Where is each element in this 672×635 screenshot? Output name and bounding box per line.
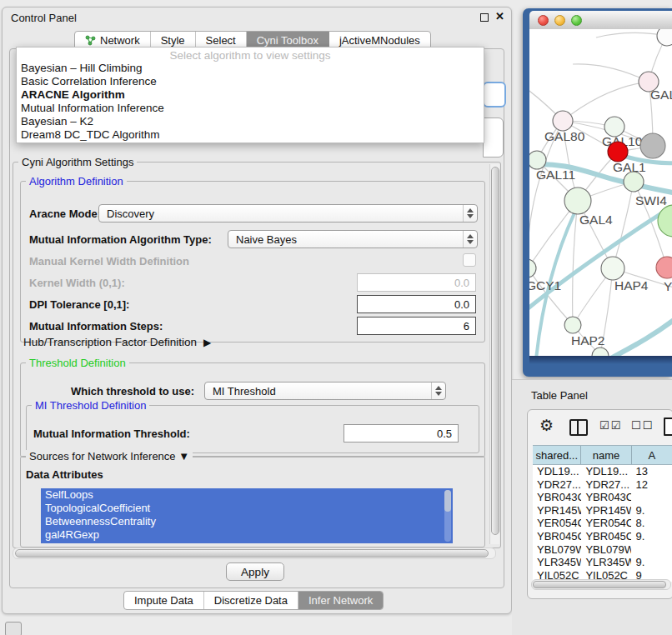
network-view-window[interactable]: GALGAL80GAL10GAL1GAL11SWI4GAL4GCY1HAP4YH…	[523, 8, 672, 377]
mi-algorithm-type-select[interactable]: Naive Bayes	[228, 230, 478, 248]
network-edge[interactable]	[606, 314, 672, 356]
table-row[interactable]: YBR043CYBR043C	[533, 491, 672, 504]
settings-hscroll-thumb[interactable]	[15, 549, 489, 558]
network-node-label: SWI4	[635, 193, 667, 208]
control-panel-title: Control Panel	[11, 12, 77, 24]
data-attribute-item[interactable]: gal4RGexp	[41, 528, 453, 542]
aracne-mode-value: Discovery	[99, 208, 463, 220]
table-cell: YDR27...	[533, 478, 581, 492]
table-horizontal-scrollbar[interactable]	[531, 579, 671, 590]
float-panel-icon[interactable]	[480, 13, 489, 22]
table-row[interactable]: YDL19...YDL19...13	[533, 465, 672, 478]
column-header-shared-name[interactable]: shared...	[533, 446, 581, 464]
collapse-arrow-icon[interactable]: ▼	[178, 450, 189, 462]
mi-algorithm-type-label: Mutual Information Algorithm Type:	[29, 233, 212, 246]
network-node[interactable]	[658, 205, 672, 237]
algorithm-option[interactable]: Mutual Information Inference	[17, 102, 484, 115]
network-node[interactable]	[656, 257, 672, 278]
network-icon	[85, 35, 96, 46]
algorithm-option-list: Bayesian – Hill ClimbingBasic Correlatio…	[17, 62, 484, 142]
table-row[interactable]: YPR145WYPR145W9.	[533, 504, 672, 518]
obscured-combo-fragment	[483, 118, 504, 158]
network-node[interactable]	[640, 133, 665, 158]
network-node-label: GAL4	[579, 212, 613, 227]
tab-discretize-data[interactable]: Discretize Data	[204, 592, 298, 609]
settings-vscroll-thumb[interactable]	[491, 167, 499, 535]
algorithm-option[interactable]: Bayesian – K2	[17, 115, 484, 128]
network-node-label: HAP2	[571, 333, 605, 348]
mi-steps-label: Mutual Information Steps:	[29, 320, 163, 332]
list-scrollbar-thumb[interactable]	[444, 490, 451, 512]
tab-infer-network[interactable]: Infer Network	[298, 592, 383, 609]
network-edge[interactable]	[573, 64, 649, 82]
settings-gear-icon[interactable]: ⚙	[539, 418, 554, 434]
close-panel-icon[interactable]: ✕	[495, 10, 504, 22]
kernel-width-field[interactable]: 0.0	[357, 273, 476, 292]
network-edge[interactable]	[596, 32, 667, 38]
settings-horizontal-scrollbar[interactable]	[13, 548, 496, 559]
network-window-titlebar[interactable]	[529, 11, 672, 30]
network-node[interactable]	[601, 257, 624, 280]
manual-kernel-width-checkbox[interactable]	[463, 253, 476, 267]
data-attributes-list[interactable]: SelfLoopsTopologicalCoefficientBetweenne…	[41, 488, 453, 543]
table-cell: YDL19...	[533, 465, 581, 478]
network-node[interactable]	[608, 142, 628, 162]
export-table-icon[interactable]	[664, 418, 672, 436]
algorithm-option[interactable]: Dream8 DC_TDC Algorithm	[17, 128, 484, 142]
table-hscroll-thumb[interactable]	[533, 581, 666, 588]
table-row[interactable]: YBR045CYBR045C9.	[533, 530, 672, 543]
network-edge[interactable]	[613, 182, 634, 268]
expand-arrow-icon[interactable]: ▶	[203, 337, 211, 348]
list-scrollbar[interactable]	[444, 490, 451, 542]
network-node-label: Y	[664, 279, 672, 293]
column-header-name[interactable]: name	[581, 446, 631, 464]
tab-network-label: Network	[100, 34, 140, 47]
network-node[interactable]	[529, 151, 546, 169]
table-cell: 9.	[631, 504, 672, 518]
network-node[interactable]	[553, 111, 573, 131]
threshold-definition-group: Threshold Definition Which threshold to …	[20, 362, 485, 458]
minimize-window-icon[interactable]	[554, 15, 565, 26]
hub-transcription-factor-section[interactable]: Hub/Transcription Factor Definition▶	[23, 336, 211, 348]
select-all-checkbox-icon[interactable]: ☑☑	[599, 419, 622, 432]
network-edge[interactable]	[563, 82, 649, 121]
table-row[interactable]: YDR27...YDR27...12	[533, 478, 672, 492]
table-row[interactable]: YLR345WYLR345W9.	[533, 556, 672, 569]
network-canvas[interactable]: GALGAL80GAL10GAL1GAL11SWI4GAL4GCY1HAP4YH…	[529, 29, 672, 356]
network-graph: GALGAL80GAL10GAL1GAL11SWI4GAL4GCY1HAP4YH…	[529, 29, 672, 356]
apply-button[interactable]: Apply	[226, 562, 284, 581]
dpi-tolerance-field[interactable]: 0.0	[357, 295, 476, 313]
network-node-label: GAL1	[613, 160, 646, 174]
table-cell: 12	[631, 478, 672, 492]
data-attribute-item[interactable]: TopologicalCoefficient	[41, 502, 453, 515]
algorithm-definition-title: Algorithm Definition	[26, 175, 127, 188]
settings-vertical-scrollbar[interactable]	[489, 164, 499, 544]
data-attribute-item[interactable]: BetweennessCentrality	[41, 515, 453, 528]
which-threshold-select[interactable]: MI Threshold	[204, 382, 446, 400]
network-node[interactable]	[657, 29, 672, 46]
network-node[interactable]	[564, 317, 581, 333]
tab-impute-data[interactable]: Impute Data	[124, 592, 204, 609]
table-row[interactable]: YER054CYER054C8.	[533, 517, 672, 530]
data-attributes-label: Data Attributes	[26, 468, 103, 481]
network-node[interactable]	[564, 188, 591, 214]
deselect-all-checkbox-icon[interactable]: ☐☐	[631, 419, 654, 432]
collapsed-panel-icon[interactable]	[5, 622, 22, 635]
algorithm-option[interactable]: Basic Correlation Inference	[17, 75, 484, 88]
split-columns-icon[interactable]	[569, 419, 588, 436]
network-node[interactable]	[529, 259, 536, 278]
algorithm-option[interactable]: ARACNE Algorithm	[17, 88, 484, 102]
table-row[interactable]: YBL079WYBL079W	[533, 543, 672, 557]
data-attribute-item[interactable]: SelfLoops	[41, 488, 453, 502]
aracne-mode-select[interactable]: Discovery	[98, 204, 478, 222]
zoom-window-icon[interactable]	[571, 15, 582, 26]
table-cell: YLR345W	[581, 556, 631, 569]
mi-steps-field[interactable]: 6	[357, 317, 476, 335]
table-cell: 9.	[631, 530, 672, 543]
algorithm-option[interactable]: Bayesian – Hill Climbing	[17, 62, 484, 75]
tab-jactivemnodules-label: jActiveMNodules	[339, 34, 420, 47]
column-header-partial[interactable]: A	[632, 446, 672, 464]
close-window-icon[interactable]	[538, 15, 549, 26]
mi-threshold-field[interactable]: 0.5	[344, 424, 459, 442]
network-node[interactable]	[624, 172, 644, 192]
